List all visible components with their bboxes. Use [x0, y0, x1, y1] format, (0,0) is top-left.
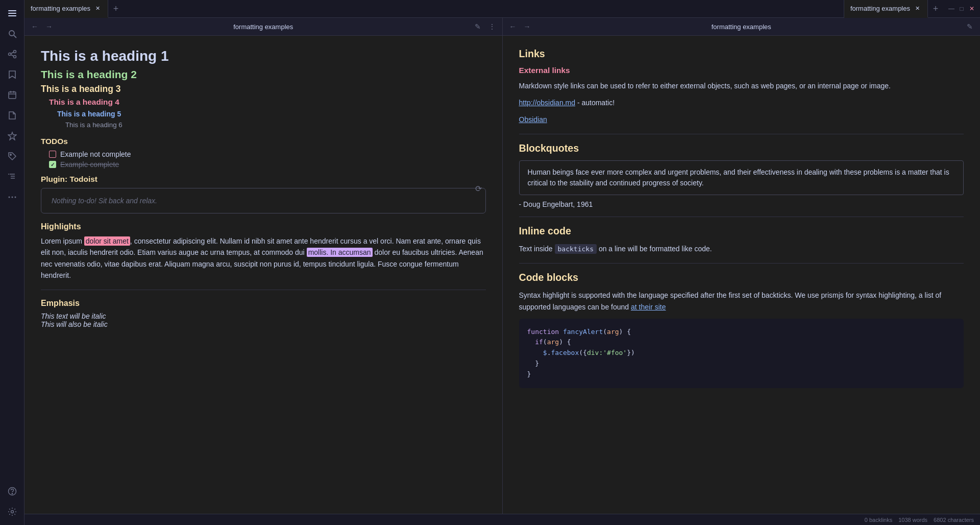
- code-blocks-section: Code blocks Syntax highlight is supporte…: [519, 272, 964, 388]
- italic-line-1: This text will be italic: [41, 312, 486, 320]
- code-line-1: function fancyAlert(arg) {: [527, 327, 956, 338]
- tab-label-right: formatting examples: [850, 5, 910, 12]
- right-pane-title: formatting examples: [712, 23, 771, 31]
- svg-point-7: [13, 56, 16, 58]
- left-editor-content: This is a heading 1 This is a heading 2 …: [24, 36, 502, 514]
- forward-button-left[interactable]: →: [43, 20, 55, 33]
- svg-point-26: [12, 493, 12, 494]
- window-maximize[interactable]: □: [958, 5, 966, 13]
- svg-point-22: [8, 197, 10, 198]
- sidebar-item-files[interactable]: [3, 106, 21, 125]
- highlight-2: mollis. In accumsan: [307, 248, 373, 257]
- link-obsidian-md[interactable]: http://obsidian.md: [519, 99, 576, 107]
- links-heading: Links: [519, 48, 964, 60]
- divider-2: [519, 134, 964, 134]
- plugin-label: Plugin: Todoist: [41, 175, 486, 184]
- links-section: Links External links Markdown style link…: [519, 48, 964, 126]
- emphasis-label: Emphasis: [41, 298, 486, 308]
- sidebar-item-starred[interactable]: [3, 127, 21, 145]
- svg-marker-14: [8, 132, 16, 140]
- tab-close-right[interactable]: ✕: [913, 4, 921, 12]
- svg-point-3: [9, 31, 14, 36]
- todo-text-2: Example complete: [60, 160, 119, 169]
- left-pane-actions: ✎ ⋮: [472, 20, 498, 33]
- sidebar-item-menu[interactable]: [3, 4, 21, 22]
- tab-label-left: formatting examples: [31, 5, 90, 12]
- tab-close-left[interactable]: ✕: [93, 4, 102, 12]
- sync-icon[interactable]: ⟳: [475, 184, 482, 194]
- code-line-4: }: [527, 359, 956, 369]
- todo-item-2: Example complete: [49, 160, 486, 169]
- svg-point-23: [11, 197, 13, 198]
- todoist-message: Nothing to-do! Sit back and relax.: [52, 197, 157, 205]
- lorem-paragraph: Lorem ipsum dolor sit amet, consectetur …: [41, 235, 486, 281]
- window-close[interactable]: ✕: [968, 5, 976, 13]
- todo-checkbox-2[interactable]: [49, 161, 56, 168]
- todo-checkbox-1[interactable]: [49, 151, 56, 158]
- todo-item-1: Example not complete: [49, 150, 486, 158]
- svg-point-5: [8, 53, 11, 56]
- sidebar-item-search[interactable]: [3, 25, 21, 43]
- inline-code-suffix: on a line will be formatted like code.: [597, 245, 712, 253]
- links-description: Markdown style links can be used to refe…: [519, 80, 964, 92]
- todoist-box: Nothing to-do! Sit back and relax.: [41, 188, 486, 213]
- heading-3: This is a heading 3: [41, 84, 486, 94]
- sidebar-item-tags[interactable]: [3, 147, 21, 165]
- left-editor-pane: ← → formatting examples ✎ ⋮ This is a he…: [24, 18, 503, 514]
- inline-code-heading: Inline code: [519, 225, 964, 237]
- link-suffix: - automatic!: [575, 99, 615, 107]
- blockquote-attribution: - Doug Engelbart, 1961: [519, 200, 964, 208]
- tab-formatting-right[interactable]: formatting examples ✕: [844, 0, 928, 18]
- inline-code-section: Inline code Text inside backticks on a l…: [519, 225, 964, 255]
- link-obsidian[interactable]: Obsidian: [519, 115, 547, 124]
- right-pane-actions: ✎: [964, 20, 976, 33]
- status-characters: 6802 characters: [934, 517, 974, 523]
- forward-button-right[interactable]: →: [521, 20, 533, 33]
- more-button-left[interactable]: ⋮: [486, 20, 498, 33]
- code-blocks-description: Syntax highlight is supported with the l…: [519, 290, 964, 313]
- back-button-left[interactable]: ←: [29, 20, 41, 33]
- right-preview-pane: ← → formatting examples ✎ Links External…: [503, 18, 981, 514]
- left-pane-title: formatting examples: [233, 23, 293, 31]
- divider-3: [519, 217, 964, 217]
- sidebar-item-calendar[interactable]: [3, 86, 21, 104]
- edit-button-right[interactable]: ✎: [964, 20, 976, 33]
- sidebar-item-settings[interactable]: [3, 503, 21, 521]
- inline-code-prefix: Text inside: [519, 245, 555, 253]
- sidebar-item-bookmarks[interactable]: [3, 65, 21, 84]
- inline-code-word: backticks: [555, 244, 597, 254]
- svg-point-15: [10, 154, 11, 155]
- status-bar: 0 backlinks 1038 words 6802 characters: [24, 514, 980, 525]
- blockquotes-heading: Blockquotes: [519, 142, 964, 154]
- window-minimize[interactable]: —: [947, 5, 955, 13]
- svg-rect-0: [8, 10, 16, 11]
- main-area: formatting examples ✕ + formatting examp…: [24, 0, 980, 525]
- heading-5: This is a heading 5: [57, 110, 486, 118]
- tab-formatting-left[interactable]: formatting examples ✕: [24, 0, 108, 18]
- blockquotes-section: Blockquotes Human beings face ever more …: [519, 142, 964, 208]
- heading-1: This is a heading 1: [41, 48, 486, 64]
- link-line-2: Obsidian: [519, 114, 964, 126]
- right-pane-header: ← → formatting examples ✎: [503, 18, 981, 36]
- edit-button-left[interactable]: ✎: [472, 20, 484, 33]
- status-words: 1038 words: [898, 517, 927, 523]
- todo-text-1: Example not complete: [60, 150, 131, 158]
- tab-strip-left: formatting examples ✕ + formatting examp…: [24, 0, 943, 17]
- left-nav: ← →: [29, 20, 55, 33]
- svg-rect-10: [9, 92, 16, 99]
- code-blocks-link[interactable]: at their site: [631, 303, 666, 311]
- inline-code-text: Text inside backticks on a line will be …: [519, 243, 964, 255]
- svg-point-24: [14, 197, 16, 198]
- divider-4: [519, 263, 964, 264]
- sidebar-item-outline[interactable]: [3, 168, 21, 186]
- svg-line-4: [14, 35, 16, 38]
- activity-bar: [0, 0, 24, 525]
- new-tab-right[interactable]: +: [928, 0, 943, 18]
- window-controls: — □ ✕: [943, 5, 980, 13]
- sidebar-item-more[interactable]: [3, 188, 21, 206]
- new-tab-left[interactable]: +: [108, 0, 124, 18]
- sidebar-item-graph[interactable]: [3, 45, 21, 63]
- sidebar-item-help[interactable]: [3, 482, 21, 500]
- back-button-right[interactable]: ←: [507, 20, 519, 33]
- code-blocks-desc-prefix: Syntax highlight is supported with the l…: [519, 291, 942, 311]
